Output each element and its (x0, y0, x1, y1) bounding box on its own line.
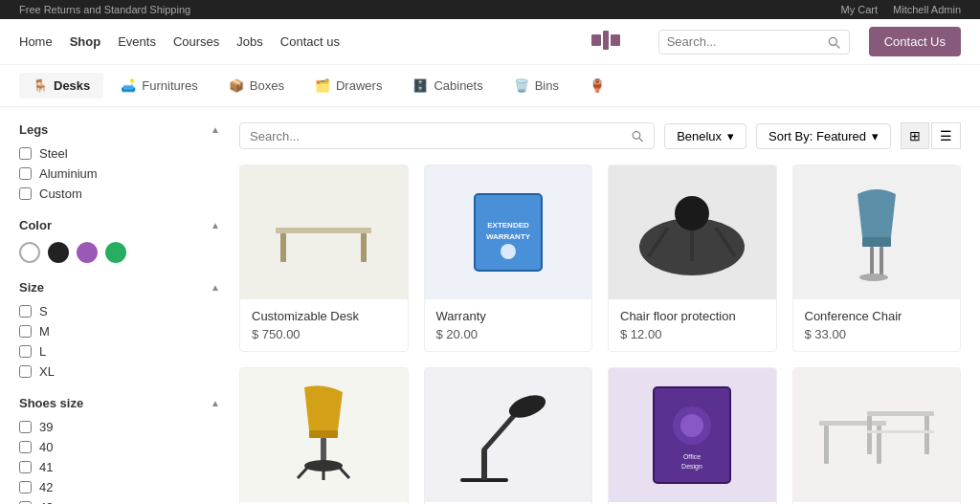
shipping-info: Free Returns and Standard Shipping (19, 4, 190, 15)
svg-point-10 (501, 244, 516, 259)
cat-tab-bins[interactable]: 🗑️ Bins (501, 73, 572, 99)
checkbox-39[interactable] (19, 421, 32, 433)
nav-events[interactable]: Events (118, 34, 156, 49)
product-name-chair-floor-protection: Chair floor protection (620, 309, 765, 323)
software-illustration: Office Design (649, 383, 735, 488)
checkbox-custom[interactable] (19, 187, 32, 200)
product-card-customizable-desk[interactable]: Customizable Desk $ 750.00 (239, 164, 409, 352)
filter-legs-steel[interactable]: Steel (19, 146, 220, 161)
checkbox-l[interactable] (19, 345, 32, 358)
filter-shoes-43[interactable]: 43 (19, 500, 220, 504)
color-white[interactable] (19, 242, 40, 263)
svg-rect-17 (870, 247, 874, 275)
product-search-input[interactable] (250, 129, 624, 143)
checkbox-aluminium[interactable] (19, 167, 32, 180)
color-green[interactable] (105, 242, 126, 263)
nav-search-input[interactable] (667, 34, 820, 49)
filter-size-m[interactable]: M (19, 324, 220, 339)
svg-point-12 (675, 196, 709, 230)
cat-label-boxes: Boxes (250, 78, 284, 93)
nav-courses[interactable]: Courses (173, 34, 219, 49)
filter-legs: Legs ▲ Steel Aluminium Custom (19, 122, 220, 201)
color-black[interactable] (48, 242, 69, 263)
filter-size-header[interactable]: Size ▲ (19, 280, 220, 295)
nav-jobs[interactable]: Jobs (236, 34, 262, 49)
filter-legs-custom[interactable]: Custom (19, 186, 220, 201)
product-area: Benelux ▾ Sort By: Featured ▾ ⊞ ☰ (239, 122, 961, 504)
checkbox-41[interactable] (19, 461, 32, 473)
svg-rect-2 (611, 34, 620, 46)
filter-legs-title: Legs (19, 122, 48, 137)
svg-rect-21 (321, 438, 326, 462)
boxes-icon: 📦 (229, 78, 244, 93)
filter-shoes-header[interactable]: Shoes size ▲ (19, 396, 220, 410)
product-info-warranty: Warranty $ 20.00 (425, 299, 592, 351)
product-price-conference-chair: $ 33.00 (805, 327, 949, 341)
nav-home[interactable]: Home (19, 34, 53, 49)
product-info-customizable-desk: Customizable Desk $ 750.00 (240, 299, 408, 351)
filter-size-xl[interactable]: XL (19, 364, 220, 379)
checkbox-s[interactable] (19, 305, 32, 318)
filter-size-l[interactable]: L (19, 344, 220, 359)
cat-tab-other[interactable]: 🏺 (576, 73, 618, 99)
product-card-office-chair[interactable]: Office Chair $ 70.00 (239, 367, 409, 504)
grid-view-button[interactable]: ⊞ (901, 122, 929, 149)
filter-shoes-title: Shoes size (19, 396, 83, 410)
product-name-customizable-desk: Customizable Desk (252, 309, 396, 323)
filter-shoes-41[interactable]: 41 (19, 460, 220, 474)
nav-shop[interactable]: Shop (70, 34, 101, 49)
product-name-conference-chair: Conference Chair (805, 309, 949, 323)
product-card-warranty[interactable]: EXTENDED WARRANTY Warranty $ 20.00 (424, 164, 593, 352)
color-purple[interactable] (77, 242, 98, 263)
product-grid: Customizable Desk $ 750.00 EXTENDED WARR… (239, 164, 961, 504)
filter-size-s[interactable]: S (19, 304, 220, 318)
contact-us-button[interactable]: Contact Us (869, 27, 961, 56)
cat-label-furnitures: Furnitures (142, 78, 198, 93)
cat-tab-cabinets[interactable]: 🗄️ Cabinets (399, 73, 496, 99)
svg-rect-18 (880, 247, 883, 275)
product-card-desk-combination[interactable]: Desk Combination $ 450.00 (792, 367, 962, 504)
filter-shoes-42[interactable]: 42 (19, 480, 220, 494)
filter-shoes-40[interactable]: 40 (19, 440, 220, 454)
product-price-customizable-desk: $ 750.00 (252, 327, 396, 341)
sort-button[interactable]: Sort By: Featured ▾ (756, 123, 891, 149)
checkbox-steel[interactable] (19, 147, 32, 160)
list-view-button[interactable]: ☰ (931, 122, 961, 149)
region-filter-button[interactable]: Benelux ▾ (664, 123, 746, 149)
product-card-chair-floor-protection[interactable]: Chair floor protection $ 12.00 (608, 164, 777, 352)
cat-tab-desks[interactable]: 🪑 Desks (19, 73, 103, 99)
filter-color-title: Color (19, 218, 52, 232)
filter-color-header[interactable]: Color ▲ (19, 218, 220, 232)
filter-shoes-39[interactable]: 39 (19, 420, 220, 434)
svg-rect-42 (867, 430, 934, 433)
nav-search-box[interactable] (658, 30, 850, 55)
product-image-chair-floor-protection (609, 165, 776, 299)
svg-text:Design: Design (681, 463, 702, 471)
svg-rect-37 (824, 426, 829, 464)
admin-menu[interactable]: Mitchell Admin (893, 4, 961, 15)
office-chair-illustration (280, 378, 367, 493)
product-card-office-design-software[interactable]: Office Design Office Design Software $ 2… (608, 367, 777, 504)
checkbox-m[interactable] (19, 325, 32, 338)
furnitures-icon: 🛋️ (121, 78, 136, 93)
filter-legs-aluminium[interactable]: Aluminium (19, 166, 220, 181)
checkbox-42[interactable] (19, 481, 32, 493)
category-tabs: 🪑 Desks 🛋️ Furnitures 📦 Boxes 🗂️ Drawers… (0, 65, 980, 107)
product-info-conference-chair: Conference Chair $ 33.00 (793, 299, 961, 351)
product-image-customizable-desk (240, 165, 408, 299)
cart-link[interactable]: My Cart (841, 4, 879, 15)
product-card-office-lamp[interactable]: Office Lamp $ 40.00 (424, 367, 593, 504)
cat-tab-drawers[interactable]: 🗂️ Drawers (301, 73, 395, 99)
product-search-box[interactable] (239, 122, 655, 149)
product-image-office-chair (240, 368, 408, 502)
product-image-warranty: EXTENDED WARRANTY (425, 165, 592, 299)
cat-tab-boxes[interactable]: 📦 Boxes (215, 73, 298, 99)
filter-legs-header[interactable]: Legs ▲ (19, 122, 220, 137)
nav-contact[interactable]: Contact us (280, 34, 340, 49)
sidebar: Legs ▲ Steel Aluminium Custom Color ▲ (19, 122, 220, 504)
product-card-conference-chair[interactable]: Conference Chair $ 33.00 (792, 164, 962, 352)
cat-tab-furnitures[interactable]: 🛋️ Furnitures (107, 73, 212, 99)
checkbox-xl[interactable] (19, 365, 32, 378)
checkbox-40[interactable] (19, 441, 32, 453)
svg-rect-20 (309, 430, 338, 438)
